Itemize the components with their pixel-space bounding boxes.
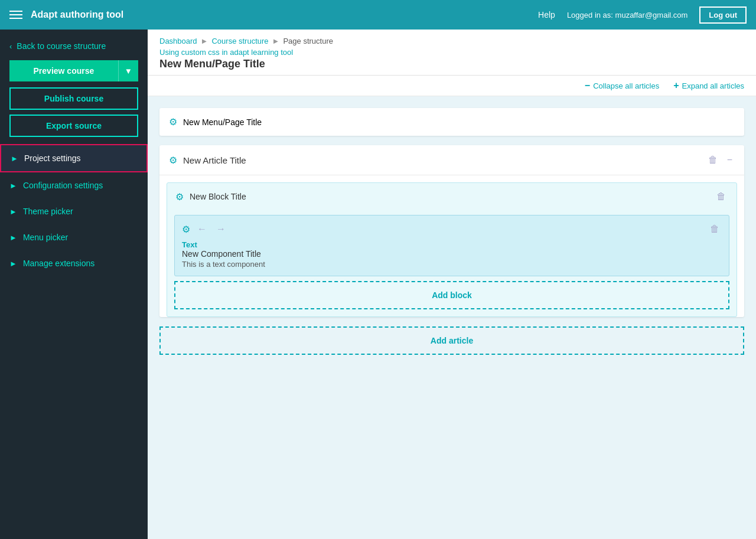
page-title: New Menu/Page Title: [159, 58, 744, 70]
back-label: Back to course structure: [17, 41, 106, 51]
breadcrumb-sep-2: ►: [272, 37, 280, 45]
block-gear-icon[interactable]: ⚙: [175, 191, 184, 202]
page-card: ⚙ New Menu/Page Title: [159, 108, 744, 136]
article-title: New Article Title: [183, 155, 700, 165]
article-actions: 🗑 −: [706, 153, 735, 166]
sidebar-item-theme-picker[interactable]: ► Theme picker: [0, 198, 148, 224]
block-card: ⚙ New Block Title 🗑 ⚙ ← → 🗑 Tex: [167, 182, 737, 317]
collapse-all-label: Collapse all articles: [593, 81, 659, 90]
content-area: ⚙ New Menu/Page Title ⚙ New Article Titl…: [148, 96, 756, 539]
chevron-right-icon: ►: [9, 181, 17, 190]
sidebar-item-menu-picker[interactable]: ► Menu picker: [0, 224, 148, 250]
expand-all-label: Expand all articles: [682, 81, 745, 90]
sidebar-item-manage-extensions[interactable]: ► Manage extensions: [0, 250, 148, 276]
logout-button[interactable]: Log out: [699, 6, 747, 24]
article-delete-button[interactable]: 🗑: [706, 153, 720, 166]
page-gear-icon[interactable]: ⚙: [169, 116, 177, 128]
breadcrumb-current: Page structure: [283, 37, 333, 45]
breadcrumb-sep-1: ►: [201, 37, 208, 45]
sidebar-item-label: Configuration settings: [23, 181, 103, 190]
component-type: Text: [182, 240, 722, 249]
chevron-right-icon: ►: [9, 259, 17, 268]
article-gear-icon[interactable]: ⚙: [169, 155, 177, 166]
component-description: This is a text component: [182, 260, 722, 269]
breadcrumb-dashboard[interactable]: Dashboard: [159, 37, 197, 45]
sidebar-item-label: Menu picker: [23, 233, 68, 242]
component-delete-button[interactable]: 🗑: [708, 223, 722, 236]
article-card: ⚙ New Article Title 🗑 − ⚙ New Block Titl…: [159, 145, 744, 317]
publish-course-button[interactable]: Publish course: [9, 87, 138, 110]
page-card-title: New Menu/Page Title: [183, 117, 262, 127]
block-header: ⚙ New Block Title 🗑: [167, 183, 737, 210]
chevron-right-icon: ►: [9, 233, 17, 242]
back-chevron-icon: ‹: [9, 42, 12, 51]
breadcrumb-bar: Dashboard ► Course structure ► Page stru…: [148, 30, 756, 76]
chevron-right-icon: ►: [9, 207, 17, 216]
page-card-header: ⚙ New Menu/Page Title: [159, 108, 744, 136]
layout: ‹ Back to course structure Preview cours…: [0, 30, 756, 539]
article-header: ⚙ New Article Title 🗑 −: [159, 145, 744, 175]
component-actions: ⚙ ← → 🗑: [182, 223, 722, 236]
breadcrumb: Dashboard ► Course structure ► Page stru…: [159, 37, 744, 45]
component-move-right-button[interactable]: →: [214, 223, 228, 236]
sidebar-item-project-settings[interactable]: ► Project settings: [0, 144, 148, 172]
preview-dropdown-button[interactable]: ▼: [118, 60, 138, 81]
sidebar-item-label: Project settings: [24, 153, 81, 163]
page-subtitle: Using custom css in adapt learning tool: [159, 48, 744, 57]
block-title: New Block Title: [190, 192, 708, 201]
add-block-button[interactable]: Add block: [174, 281, 729, 309]
sidebar-item-configuration-settings[interactable]: ► Configuration settings: [0, 172, 148, 198]
block-delete-button[interactable]: 🗑: [714, 190, 728, 203]
expand-all-button[interactable]: + Expand all articles: [673, 80, 744, 91]
hamburger-menu[interactable]: [9, 11, 22, 19]
article-collapse-button[interactable]: −: [725, 153, 735, 166]
export-source-button[interactable]: Export source: [9, 115, 138, 137]
back-to-course-structure[interactable]: ‹ Back to course structure: [0, 30, 148, 60]
main-content: Dashboard ► Course structure ► Page stru…: [148, 30, 756, 539]
breadcrumb-course-structure[interactable]: Course structure: [211, 37, 268, 45]
topnav: Adapt authoring tool Help Logged in as: …: [0, 0, 756, 30]
help-link[interactable]: Help: [538, 10, 555, 19]
sidebar-item-label: Manage extensions: [23, 259, 94, 268]
plus-icon: +: [673, 80, 679, 91]
preview-button-group: Preview course ▼: [0, 60, 148, 87]
preview-course-button[interactable]: Preview course: [9, 60, 118, 81]
chevron-right-icon: ►: [11, 154, 18, 163]
component-gear-icon[interactable]: ⚙: [182, 224, 190, 235]
sidebar: ‹ Back to course structure Preview cours…: [0, 30, 148, 539]
collapse-all-button[interactable]: − Collapse all articles: [585, 80, 659, 91]
component-move-left-button[interactable]: ←: [195, 223, 209, 236]
component-name: New Component Title: [182, 249, 722, 259]
component-card: ⚙ ← → 🗑 Text New Component Title This is…: [174, 215, 729, 276]
sidebar-item-label: Theme picker: [23, 207, 73, 216]
logged-in-user: Logged in as: muzaffar@gmail.com: [567, 11, 687, 19]
collapse-bar: − Collapse all articles + Expand all art…: [148, 76, 756, 96]
app-title: Adapt authoring tool: [31, 9, 538, 20]
add-article-button[interactable]: Add article: [159, 326, 744, 355]
minus-icon: −: [585, 80, 590, 91]
